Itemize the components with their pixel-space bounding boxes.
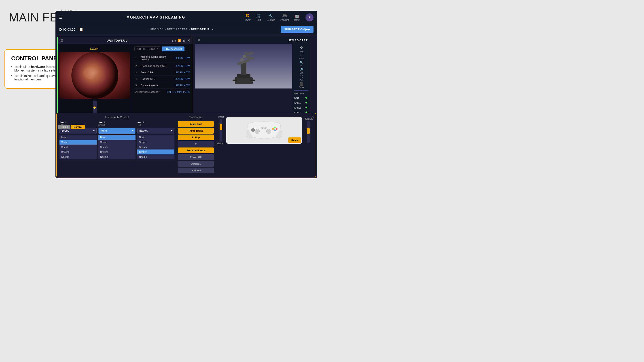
app-window: ☰ MONARCH APP STREAMING 🏗 Tower 🛒 Cart 🔧… bbox=[56, 11, 317, 178]
tab-preparation[interactable]: PREPARATION bbox=[162, 46, 184, 51]
eye-icon-arm1[interactable]: 👁 bbox=[305, 101, 308, 105]
arm1-list: None Scope Sheath Basket Needle bbox=[60, 135, 96, 159]
step-text-2: Drape and connect CFG bbox=[141, 64, 173, 67]
arm3-opt-scope[interactable]: Scope bbox=[137, 140, 174, 145]
step-num-2: 2 bbox=[135, 64, 139, 67]
estop-button[interactable]: E-Stop bbox=[178, 134, 214, 140]
arm1-opt-scope[interactable]: Scope bbox=[60, 140, 96, 145]
nav-cart[interactable]: 🛒 Cart bbox=[256, 14, 262, 21]
drag-ctrl[interactable]: ✥ Drag bbox=[294, 45, 308, 52]
clipboard-icon[interactable]: 📋 bbox=[79, 27, 84, 31]
learn-how-2[interactable]: LEARN HOW bbox=[175, 64, 190, 67]
gamepad-svg bbox=[242, 119, 286, 141]
full-ctrl[interactable]: ⛶ Full bbox=[294, 75, 308, 81]
eye-icon-cart[interactable]: 👁 bbox=[305, 96, 308, 100]
arm-admittance-button[interactable]: Arm Admittance bbox=[178, 147, 214, 153]
option5-button[interactable]: Option 5 bbox=[178, 161, 214, 167]
learn-how-5[interactable]: LEARN HOW bbox=[175, 84, 190, 87]
skip-mini-link[interactable]: SKIP TO MINI-PCNL bbox=[167, 90, 190, 93]
scope-slider-indicator[interactable]: ⚡ bbox=[93, 100, 96, 114]
nav-controls[interactable]: 🔧 Controls bbox=[267, 14, 275, 21]
svg-rect-8 bbox=[250, 79, 255, 81]
tower-counter: 174 bbox=[172, 39, 176, 42]
prep-footer: Already have access? SKIP TO MINI-PCNL bbox=[134, 89, 190, 95]
svg-point-4 bbox=[94, 73, 106, 82]
nav-orb[interactable]: ✦ bbox=[306, 13, 314, 21]
arm1-opt-basket[interactable]: Basket bbox=[60, 149, 96, 154]
nav-tower[interactable]: 🏗 Tower bbox=[245, 14, 251, 21]
skip-section-button[interactable]: SKIP SECTION ▶▶ bbox=[281, 26, 314, 33]
power-off-button[interactable]: Power Off bbox=[178, 154, 214, 160]
in-ctrl[interactable]: 🔍 In bbox=[294, 60, 308, 67]
arm3-name: Arm 3 bbox=[137, 121, 174, 124]
overlay-close-button[interactable]: ✕ bbox=[311, 115, 314, 119]
cart-panel-header: ✕ URO 3D CART bbox=[195, 37, 310, 44]
arm3-opt-sheath[interactable]: Sheath bbox=[137, 145, 174, 149]
status-control-tabs: Status Control bbox=[58, 125, 85, 129]
arm2-opt-sheath[interactable]: Sheath bbox=[98, 145, 136, 149]
ortho-label: Ortho bbox=[299, 86, 304, 88]
cart-label: Cart bbox=[256, 19, 261, 21]
tab-ureteroscopy[interactable]: URETEROSCOPY bbox=[134, 46, 161, 51]
arm2-opt-needle[interactable]: Needle bbox=[98, 154, 136, 159]
svg-point-13 bbox=[242, 55, 246, 58]
menu-icon[interactable]: ☰ bbox=[59, 15, 62, 20]
tower-panel-header: ☰ URO TOWER UI 174 📶 🖥 ✕ bbox=[58, 37, 193, 44]
out-ctrl[interactable]: 🔎 Out bbox=[294, 68, 308, 74]
arm2-opt-basket[interactable]: Basket bbox=[98, 149, 136, 154]
app-title: MONARCH APP STREAMING bbox=[67, 15, 245, 19]
learn-how-3[interactable]: LEARN HOW bbox=[175, 71, 190, 74]
home-ctrl[interactable]: ⌂ Home bbox=[294, 53, 308, 60]
align-cart-button[interactable]: Align Cart bbox=[178, 121, 214, 127]
articulate-slider[interactable]: Articulate bbox=[304, 117, 313, 143]
insert-slider[interactable]: Insert Retract bbox=[217, 116, 224, 145]
ortho-ctrl[interactable]: ⬛ Ortho bbox=[294, 82, 308, 88]
view-items-title: View Items bbox=[294, 92, 308, 94]
svg-point-25 bbox=[267, 130, 270, 133]
relax-button[interactable]: Relax bbox=[288, 137, 301, 143]
arm3-list: None Scope Sheath Basket Needle bbox=[137, 135, 174, 159]
prep-step-1: 1 Modified supine patient marking LEARN … bbox=[134, 54, 190, 63]
control-tab[interactable]: Control bbox=[71, 125, 85, 129]
cart-panel-title: URO 3D CART bbox=[288, 39, 308, 42]
option6-button[interactable]: Option 6 bbox=[178, 168, 214, 173]
arm2-opt-none[interactable]: None bbox=[98, 135, 136, 140]
step-text-3: Setup CFG bbox=[141, 71, 173, 74]
arm3-opt-needle[interactable]: Needle bbox=[137, 154, 174, 159]
breadcrumb-chevron[interactable]: ▼ bbox=[211, 28, 214, 31]
arm2-dropdown[interactable]: None ▾ bbox=[98, 128, 136, 134]
arm3-opt-basket[interactable]: Basket bbox=[137, 149, 174, 154]
arm3-opt-none[interactable]: None bbox=[137, 135, 174, 140]
tower-panel-menu[interactable]: ☰ bbox=[60, 39, 63, 42]
nav-robot[interactable]: 🤖 Robot bbox=[294, 14, 300, 21]
learn-how-1[interactable]: LEARN HOW bbox=[175, 57, 190, 59]
retract-label: Retract bbox=[217, 142, 224, 145]
expand-button[interactable]: ▾ bbox=[178, 141, 214, 147]
arm2-list: None Scope Sheath Basket Needle bbox=[98, 135, 136, 159]
prep-tabs: URETEROSCOPY PREPARATION bbox=[134, 46, 190, 51]
tower-screen-icon: 🖥 bbox=[183, 39, 185, 42]
arm3-column: Arm 3 Tool Basket ▾ None Scope Sheath Ba… bbox=[137, 121, 174, 159]
arm2-opt-scope[interactable]: Scope bbox=[98, 140, 136, 145]
pump-brake-button[interactable]: Pump Brake bbox=[178, 128, 214, 134]
nav-pendant[interactable]: 🎮 Pendant bbox=[280, 14, 289, 21]
prep-step-3: 3 Setup CFG LEARN HOW bbox=[134, 69, 190, 76]
navbar: ☰ MONARCH APP STREAMING 🏗 Tower 🛒 Cart 🔧… bbox=[56, 11, 317, 24]
arm2-column: Arm 2 Sheath None ▾ None Scope Sheath Ba… bbox=[98, 121, 136, 159]
cart-close-button[interactable]: ✕ bbox=[198, 38, 200, 42]
step-num-4: 4 bbox=[135, 77, 139, 80]
prep-step-2: 2 Drape and connect CFG LEARN HOW bbox=[134, 63, 190, 69]
eye-icon-arm2[interactable]: 👁 bbox=[305, 106, 308, 109]
status-tab[interactable]: Status bbox=[58, 125, 70, 129]
insert-track bbox=[220, 119, 222, 141]
view-item-cart-label: Cart bbox=[294, 96, 299, 99]
arm1-opt-sheath[interactable]: Sheath bbox=[60, 145, 96, 149]
arm3-dropdown[interactable]: Basket ▾ bbox=[137, 128, 174, 134]
learn-how-4[interactable]: LEARN HOW bbox=[175, 77, 190, 80]
arm1-opt-none[interactable]: None bbox=[60, 135, 96, 140]
arm1-opt-needle[interactable]: Needle bbox=[60, 154, 96, 159]
tower-wifi-icon: 📶 bbox=[178, 39, 181, 42]
svg-point-21 bbox=[272, 128, 274, 130]
tower-close-button[interactable]: ✕ bbox=[187, 38, 190, 43]
arm2-selected: None bbox=[100, 129, 107, 132]
